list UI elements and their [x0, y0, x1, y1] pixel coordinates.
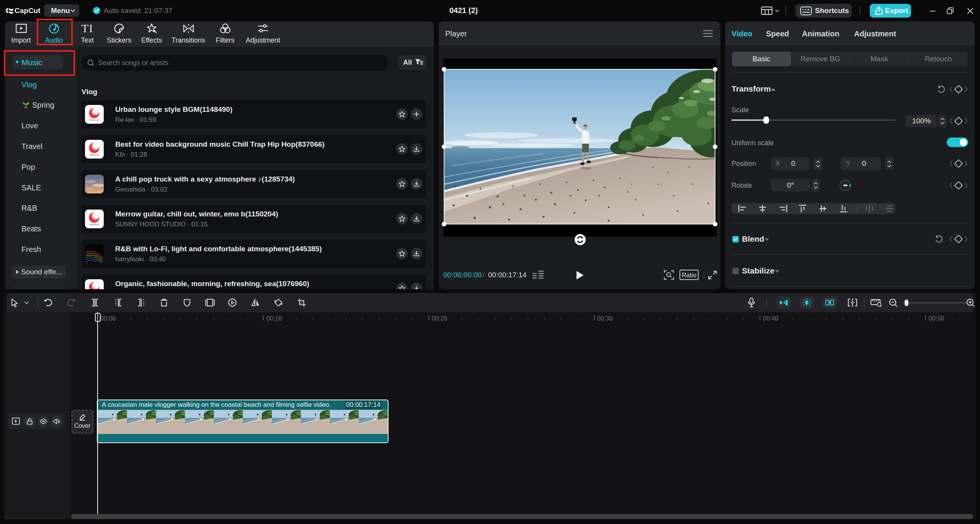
svg-text:00:50: 00:50 — [929, 315, 944, 322]
svg-text:00:00: 00:00 — [100, 315, 116, 322]
svg-text:00:30: 00:30 — [597, 315, 612, 322]
svg-text:Audiostock: Audiostock — [90, 223, 100, 226]
svg-text:00:10: 00:10 — [266, 315, 282, 322]
svg-text:00:20: 00:20 — [432, 315, 447, 322]
svg-text:00:40: 00:40 — [763, 315, 778, 322]
svg-text:Audiostock: Audiostock — [90, 154, 100, 156]
svg-text:Audiostock: Audiostock — [90, 119, 100, 121]
